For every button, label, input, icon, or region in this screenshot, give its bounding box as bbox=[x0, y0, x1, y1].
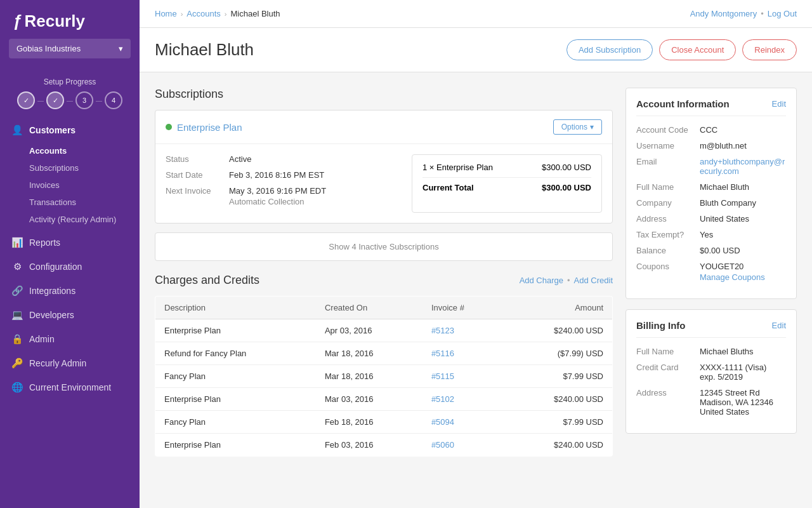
sidebar: ƒ Recurly Gobias Industries ▾ Setup Prog… bbox=[0, 0, 140, 508]
status-row: Status Active bbox=[166, 154, 399, 164]
info-field-label: Account Code bbox=[636, 125, 700, 135]
table-row: Enterprise PlanFeb 03, 2016#5060$240.00 … bbox=[155, 434, 613, 457]
sidebar-customers-label: Customers bbox=[29, 125, 75, 135]
cell-description: Enterprise Plan bbox=[155, 388, 316, 411]
invoice-link[interactable]: #5123 bbox=[431, 326, 454, 335]
cell-amount: ($7.99) USD bbox=[504, 342, 612, 365]
info-field-value: Bluth Company bbox=[700, 198, 786, 208]
recurly-admin-icon: 🔑 bbox=[11, 358, 23, 369]
sidebar-item-activity[interactable]: Activity (Recurly Admin) bbox=[29, 211, 140, 228]
next-invoice-row: Next Invoice May 3, 2016 9:16 PM EDT Aut… bbox=[166, 186, 399, 206]
billing-info-title: Billing Info bbox=[636, 320, 685, 331]
account-info-row: AddressUnited States bbox=[636, 214, 786, 224]
sidebar-item-subscriptions[interactable]: Subscriptions bbox=[29, 159, 140, 177]
account-info-row: Account CodeCCC bbox=[636, 125, 786, 135]
billing-field-value: 12345 Street RdMadison, WA 12346United S… bbox=[700, 388, 786, 417]
invoice-link[interactable]: #5094 bbox=[431, 417, 454, 427]
billing-info-card-header: Billing Info Edit bbox=[636, 320, 786, 338]
info-field-label: Email bbox=[636, 157, 700, 176]
add-credit-link[interactable]: Add Credit bbox=[574, 276, 613, 285]
company-selector[interactable]: Gobias Industries ▾ bbox=[9, 39, 131, 58]
cell-amount: $240.00 USD bbox=[504, 388, 612, 411]
progress-step-3: 3 bbox=[75, 91, 93, 109]
status-active-dot bbox=[166, 124, 172, 130]
account-info-row: Emailandy+bluthcompany@recurly.com bbox=[636, 157, 786, 176]
cell-description: Fancy Plan bbox=[155, 411, 316, 434]
account-info-row: CompanyBluth Company bbox=[636, 198, 786, 208]
add-charge-link[interactable]: Add Charge bbox=[520, 276, 563, 285]
col-description: Description bbox=[155, 297, 316, 319]
sidebar-item-admin[interactable]: 🔒 Admin bbox=[0, 327, 140, 351]
sidebar-item-reports[interactable]: 📊 Reports bbox=[0, 231, 140, 255]
logout-link[interactable]: Log Out bbox=[768, 9, 797, 18]
billing-field-label: Address bbox=[636, 388, 700, 417]
cell-description: Enterprise Plan bbox=[155, 434, 316, 457]
breadcrumb-home[interactable]: Home bbox=[155, 9, 177, 18]
cell-invoice: #5115 bbox=[422, 365, 504, 388]
sidebar-item-developers[interactable]: 💻 Developers bbox=[0, 303, 140, 327]
sidebar-item-accounts[interactable]: Accounts bbox=[29, 142, 140, 159]
progress-steps: ✓ — ✓ — 3 — 4 bbox=[11, 91, 128, 109]
invoice-link[interactable]: #5102 bbox=[431, 394, 454, 404]
billing-field-label: Full Name bbox=[636, 347, 700, 356]
billing-info-row: Address12345 Street RdMadison, WA 12346U… bbox=[636, 388, 786, 417]
charges-table-head: Description Created On Invoice # Amount bbox=[155, 297, 613, 319]
sidebar-developers-label: Developers bbox=[29, 310, 74, 320]
setup-progress: Setup Progress ✓ — ✓ — 3 — 4 bbox=[0, 69, 140, 118]
sidebar-item-current-environment[interactable]: 🌐 Current Environment bbox=[0, 375, 140, 399]
sidebar-item-customers[interactable]: 👤 Customers bbox=[0, 118, 140, 142]
cell-amount: $240.00 USD bbox=[504, 434, 612, 457]
chevron-down-icon: ▾ bbox=[119, 44, 123, 53]
sidebar-item-transactions[interactable]: Transactions bbox=[29, 194, 140, 211]
account-info-edit-link[interactable]: Edit bbox=[772, 99, 786, 109]
reindex-button[interactable]: Reindex bbox=[742, 39, 797, 60]
cell-description: Enterprise Plan bbox=[155, 319, 316, 342]
cell-created-on: Mar 03, 2016 bbox=[316, 388, 422, 411]
invoice-link[interactable]: #5060 bbox=[431, 440, 454, 450]
email-link[interactable]: andy+bluthcompany@recurly.com bbox=[700, 157, 785, 176]
invoice-link[interactable]: #5115 bbox=[431, 371, 454, 381]
setup-progress-label: Setup Progress bbox=[11, 77, 128, 86]
billing-info-edit-link[interactable]: Edit bbox=[772, 321, 786, 330]
options-label: Options bbox=[561, 123, 587, 131]
billing-info-card: Billing Info Edit Full NameMichael Bluth… bbox=[625, 309, 797, 434]
breadcrumb-accounts[interactable]: Accounts bbox=[187, 9, 220, 18]
options-chevron-icon: ▾ bbox=[590, 123, 594, 131]
billing-info-row: Full NameMichael Bluths bbox=[636, 347, 786, 356]
charges-table: Description Created On Invoice # Amount … bbox=[155, 296, 613, 457]
add-subscription-button[interactable]: Add Subscription bbox=[566, 39, 653, 60]
account-info-card: Account Information Edit Account CodeCCC… bbox=[625, 88, 797, 299]
sidebar-recurly-admin-label: Recurly Admin bbox=[29, 358, 86, 368]
table-header-row: Description Created On Invoice # Amount bbox=[155, 297, 613, 319]
manage-coupons-link[interactable]: Manage Coupons bbox=[700, 272, 786, 282]
plan-name-link[interactable]: Enterprise Plan bbox=[177, 122, 242, 133]
charges-table-body: Enterprise PlanApr 03, 2016#5123$240.00 … bbox=[155, 319, 613, 457]
billing-field-value: Michael Bluths bbox=[700, 347, 786, 356]
sidebar-configuration-label: Configuration bbox=[29, 262, 82, 272]
progress-step-4: 4 bbox=[105, 91, 122, 109]
info-field-value: Yes bbox=[700, 230, 786, 239]
subscription-body: Status Active Start Date Feb 3, 2016 8:1… bbox=[155, 144, 612, 223]
cell-created-on: Mar 18, 2016 bbox=[316, 365, 422, 388]
info-field-label: Tax Exempt? bbox=[636, 230, 700, 239]
table-row: Enterprise PlanMar 03, 2016#5102$240.00 … bbox=[155, 388, 613, 411]
status-value: Active bbox=[229, 154, 251, 164]
user-link[interactable]: Andy Montgomery bbox=[690, 9, 757, 18]
options-button[interactable]: Options ▾ bbox=[553, 119, 602, 135]
status-label: Status bbox=[166, 154, 223, 164]
sidebar-current-env-label: Current Environment bbox=[29, 382, 111, 392]
close-account-button[interactable]: Close Account bbox=[659, 39, 736, 60]
next-invoice-label: Next Invoice bbox=[166, 186, 223, 206]
sidebar-item-invoices[interactable]: Invoices bbox=[29, 177, 140, 194]
cell-amount: $7.99 USD bbox=[504, 411, 612, 434]
sidebar-item-configuration[interactable]: ⚙ Configuration bbox=[0, 255, 140, 279]
sidebar-item-integrations[interactable]: 🔗 Integrations bbox=[0, 279, 140, 303]
sub-details: Status Active Start Date Feb 3, 2016 8:1… bbox=[166, 154, 399, 213]
invoice-link[interactable]: #5116 bbox=[431, 349, 454, 358]
content-main: Subscriptions Enterprise Plan Options ▾ bbox=[155, 88, 613, 493]
show-inactive-subscriptions-button[interactable]: Show 4 Inactive Subscriptions bbox=[155, 232, 613, 261]
sidebar-admin-label: Admin bbox=[29, 334, 55, 344]
subscriptions-section-title: Subscriptions bbox=[155, 88, 613, 101]
cell-invoice: #5102 bbox=[422, 388, 504, 411]
sidebar-item-recurly-admin[interactable]: 🔑 Recurly Admin bbox=[0, 351, 140, 375]
